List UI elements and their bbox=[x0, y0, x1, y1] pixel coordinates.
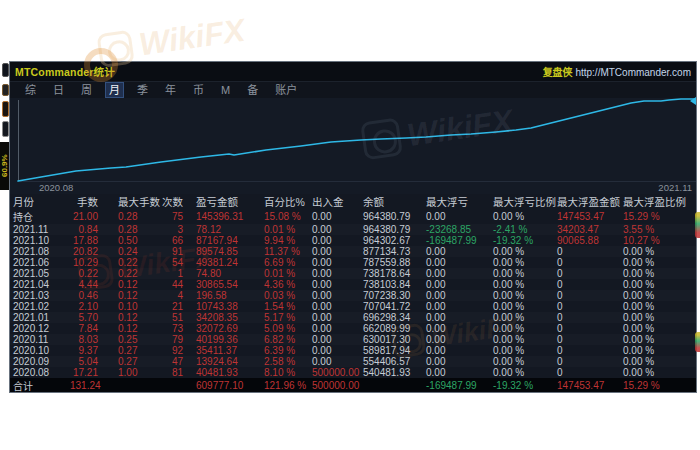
table-cell: 0 bbox=[557, 345, 623, 356]
menu-item-账户[interactable]: 账户 bbox=[272, 83, 300, 97]
menu-item-备[interactable]: 备 bbox=[244, 83, 261, 97]
table-cell: 2021.01 bbox=[13, 312, 70, 323]
table-cell: 6.69 % bbox=[264, 257, 312, 268]
table-cell: 0.12 bbox=[98, 323, 155, 334]
table-row-2020.09[interactable]: 2020.095.040.274713924.642.58 %0.0055440… bbox=[10, 356, 696, 367]
table-cell: 0.00 % bbox=[493, 290, 557, 301]
table-header: 月份手数最大手数次数盈亏金额百分比%出入金余额最大浮亏最大浮亏比例最大浮盈金额最… bbox=[10, 194, 696, 209]
table-cell: 0.22 bbox=[70, 268, 98, 279]
table-cell: 2020.11 bbox=[13, 334, 70, 345]
table-cell: -19.32 % bbox=[493, 380, 557, 391]
table-row-2020.08[interactable]: 2020.0817.211.008140481.938.10 %500000.0… bbox=[10, 367, 696, 378]
table-cell: 6.82 % bbox=[264, 334, 312, 345]
table-cell: 4.36 % bbox=[264, 279, 312, 290]
table-row-2021.04[interactable]: 2021.044.440.124430865.544.36 %0.0073810… bbox=[10, 279, 696, 290]
table-cell: 0.50 bbox=[98, 235, 155, 246]
table-cell: 44 bbox=[155, 279, 183, 290]
header-cell: 最大浮亏比例 bbox=[493, 194, 557, 209]
table-cell: 696298.34 bbox=[363, 312, 426, 323]
table-cell: 78.12 bbox=[183, 224, 264, 235]
line-end-marker-icon bbox=[690, 97, 696, 105]
table-cell: 2021.10 bbox=[13, 235, 70, 246]
table-cell: 15.29 % bbox=[623, 211, 697, 222]
table-cell: -169487.99 bbox=[426, 235, 493, 246]
table-cell: 0.27 bbox=[98, 356, 155, 367]
table-cell: 35411.37 bbox=[183, 345, 264, 356]
table-row-2020.11[interactable]: 2020.118.030.257940199.366.82 %0.0063001… bbox=[10, 334, 696, 345]
table-row-2021.01[interactable]: 2021.015.700.125134208.355.17 %0.0069629… bbox=[10, 312, 696, 323]
table-cell: 0.00 bbox=[426, 257, 493, 268]
menu-item-日[interactable]: 日 bbox=[50, 83, 67, 97]
edge-window-icon[interactable] bbox=[2, 84, 9, 96]
table-row-持仓[interactable]: 持仓21.000.2875145396.3115.08 %0.00964380.… bbox=[10, 209, 696, 224]
table-cell: 5.09 % bbox=[264, 323, 312, 334]
header-cell: 最大浮亏 bbox=[426, 194, 493, 209]
table-row-2021.11[interactable]: 2021.110.840.28378.120.01 %0.00964380.79… bbox=[10, 224, 696, 235]
left-edge-strip: 60.9% bbox=[0, 61, 9, 393]
table-row-2021.06[interactable]: 2021.0610.290.225449381.246.69 %0.007875… bbox=[10, 257, 696, 268]
table-cell: 4 bbox=[155, 290, 183, 301]
table-cell: -169487.99 bbox=[426, 380, 493, 391]
table-cell: 964380.79 bbox=[363, 224, 426, 235]
header-cell: 月份 bbox=[13, 194, 70, 209]
table-cell: 0.01 % bbox=[264, 224, 312, 235]
table-cell: 0 bbox=[557, 367, 623, 378]
table-row-2021.03[interactable]: 2021.030.460.124196.580.03 %0.00707238.3… bbox=[10, 290, 696, 301]
table-cell: 0.00 % bbox=[623, 257, 697, 268]
table-cell: 20.82 bbox=[70, 246, 98, 257]
x-label-end: 2021.11 bbox=[658, 182, 692, 194]
edge-window-icon[interactable] bbox=[2, 121, 9, 137]
table-cell: 0.00 % bbox=[623, 246, 697, 257]
chart-x-labels: 2020.08 2021.11 bbox=[10, 182, 696, 194]
menu-item-季[interactable]: 季 bbox=[134, 83, 151, 97]
table-cell: 2.58 % bbox=[264, 356, 312, 367]
table-cell: 2020.09 bbox=[13, 356, 70, 367]
table-row-2021.08[interactable]: 2021.0820.820.249189574.8511.37 %0.00877… bbox=[10, 246, 696, 257]
header-cell: 最大浮盈比例 bbox=[623, 194, 697, 209]
table-cell: 持仓 bbox=[13, 209, 70, 224]
table-cell: 540481.93 bbox=[363, 367, 426, 378]
table-cell: 0 bbox=[557, 323, 623, 334]
brand-name: 复盘侠 bbox=[543, 67, 573, 78]
table-cell: 0.00 % bbox=[493, 367, 557, 378]
table-cell: 0.28 bbox=[98, 224, 155, 235]
edge-window-icon[interactable] bbox=[2, 101, 9, 117]
menu-item-年[interactable]: 年 bbox=[162, 83, 179, 97]
table-cell: 10.27 % bbox=[623, 235, 697, 246]
menu-item-周[interactable]: 周 bbox=[78, 83, 95, 97]
menu-item-M[interactable]: M bbox=[218, 83, 233, 97]
table-cell: 2020.10 bbox=[13, 345, 70, 356]
table-cell: 147453.47 bbox=[557, 211, 623, 222]
header-cell: 次数 bbox=[155, 194, 183, 209]
table-cell: 0.00 bbox=[312, 356, 363, 367]
table-cell: 74.80 bbox=[183, 268, 264, 279]
table-cell: 2.10 bbox=[70, 301, 98, 312]
table-cell: 0.00 % bbox=[493, 356, 557, 367]
menu-item-月[interactable]: 月 bbox=[106, 83, 123, 97]
table-cell: 964302.67 bbox=[363, 235, 426, 246]
table-total-row[interactable]: 合计131.24609777.10121.96 %500000.00-16948… bbox=[10, 378, 696, 393]
table-cell: 0.00 bbox=[312, 323, 363, 334]
table-cell: 877134.73 bbox=[363, 246, 426, 257]
table-row-2020.10[interactable]: 2020.109.370.279235411.376.39 %0.0058981… bbox=[10, 345, 696, 356]
table-row-2021.02[interactable]: 2021.022.100.102110743.381.54 %0.0070704… bbox=[10, 301, 696, 312]
table-cell: 0.00 bbox=[426, 356, 493, 367]
table-cell: 500000.00 bbox=[312, 380, 363, 391]
table-cell: 0.00 bbox=[426, 268, 493, 279]
table-cell: 0.00 % bbox=[623, 345, 697, 356]
table-cell: 2021.11 bbox=[13, 224, 70, 235]
table-cell: 34203.47 bbox=[557, 224, 623, 235]
brand-url[interactable]: http://MTCommander.com bbox=[575, 67, 691, 78]
table-row-2020.12[interactable]: 2020.127.840.127332072.695.09 %0.0066208… bbox=[10, 323, 696, 334]
table-cell: 9.37 bbox=[70, 345, 98, 356]
table-row-2021.10[interactable]: 2021.1017.880.506687167.949.94 %0.009643… bbox=[10, 235, 696, 246]
menu-item-币[interactable]: 币 bbox=[190, 83, 207, 97]
balance-chart: 2020.08 2021.11 bbox=[10, 98, 696, 194]
edge-window-icon[interactable] bbox=[2, 63, 9, 77]
menu-item-综[interactable]: 综 bbox=[22, 83, 39, 97]
table-cell: 0.00 bbox=[312, 246, 363, 257]
table-row-2021.05[interactable]: 2021.050.220.22174.800.01 %0.00738178.64… bbox=[10, 268, 696, 279]
table-cell: 662089.99 bbox=[363, 323, 426, 334]
table-cell: 145396.31 bbox=[183, 211, 264, 222]
table-cell: 0.00 bbox=[426, 290, 493, 301]
